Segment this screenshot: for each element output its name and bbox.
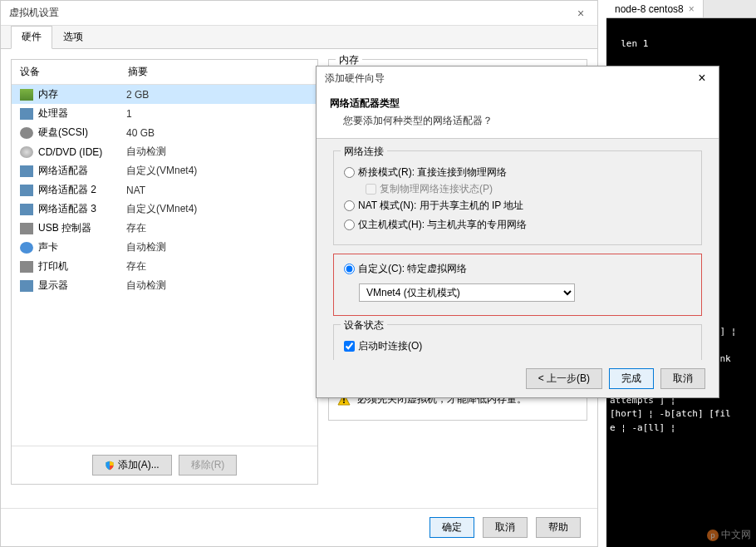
device-name: 网络适配器 xyxy=(38,164,126,178)
dialog-title: 虚拟机设置 xyxy=(9,6,572,20)
radio-nat[interactable] xyxy=(344,200,355,211)
wizard-heading: 网络适配器类型 xyxy=(330,96,705,111)
device-row[interactable]: 处理器1 xyxy=(12,104,317,123)
watermark-text: 中文网 xyxy=(721,528,751,542)
device-row[interactable]: 硬盘(SCSI)40 GB xyxy=(12,123,317,142)
finish-button[interactable]: 完成 xyxy=(609,368,654,389)
ok-button[interactable]: 确定 xyxy=(430,517,474,538)
device-summary: 自动检测 xyxy=(126,145,309,159)
back-button[interactable]: < 上一步(B) xyxy=(526,368,602,389)
device-name: USB 控制器 xyxy=(38,221,126,235)
device-summary: 自动检测 xyxy=(126,240,309,254)
device-name: 网络适配器 3 xyxy=(38,202,126,216)
device-row[interactable]: 声卡自动检测 xyxy=(12,238,317,257)
col-summary: 摘要 xyxy=(128,65,148,79)
wizard-title: 添加硬件向导 xyxy=(325,71,694,86)
device-icon xyxy=(20,261,33,273)
device-row[interactable]: 网络适配器自定义(VMnet4) xyxy=(12,161,317,180)
label-hostonly[interactable]: 仅主机模式(H): 与主机共享的专用网络 xyxy=(358,218,527,232)
device-icon xyxy=(20,89,33,101)
add-hardware-wizard: 添加硬件向导 × 网络适配器类型 您要添加何种类型的网络适配器？ 网络连接 桥接… xyxy=(316,66,719,398)
device-list: 设备 摘要 内存2 GB处理器1硬盘(SCSI)40 GBCD/DVD (IDE… xyxy=(11,59,318,485)
watermark: p 中文网 xyxy=(707,528,751,542)
device-summary: 存在 xyxy=(126,259,309,274)
wizard-header: 网络适配器类型 您要添加何种类型的网络适配器？ xyxy=(317,90,719,139)
device-icon xyxy=(20,127,33,139)
dialog-footer: 确定 取消 帮助 xyxy=(1,508,597,546)
device-row[interactable]: 网络适配器 3自定义(VMnet4) xyxy=(12,200,317,219)
radio-bridged[interactable] xyxy=(344,167,355,178)
tab-label: node-8 centos8 xyxy=(615,3,684,15)
background-tab[interactable]: node-8 centos8 × xyxy=(606,0,704,17)
group-title: 网络连接 xyxy=(341,145,387,159)
wizard-footer: < 上一步(B) 完成 取消 xyxy=(317,360,719,397)
close-icon[interactable]: × xyxy=(694,71,710,86)
device-name: 打印机 xyxy=(38,259,126,274)
device-name: 内存 xyxy=(38,87,126,101)
device-summary: 自定义(VMnet4) xyxy=(126,202,309,216)
tab-strip: 硬件 选项 xyxy=(1,26,597,49)
label-connect-on-start[interactable]: 启动时连接(O) xyxy=(358,339,422,353)
label-bridged[interactable]: 桥接模式(R): 直接连接到物理网络 xyxy=(358,165,507,180)
device-icon xyxy=(20,223,33,234)
wizard-subheading: 您要添加何种类型的网络适配器？ xyxy=(330,114,705,128)
device-summary: NAT xyxy=(126,185,309,196)
device-row[interactable]: 显示器自动检测 xyxy=(12,276,317,295)
device-summary: 自动检测 xyxy=(126,278,309,293)
add-button[interactable]: 添加(A)... xyxy=(92,455,172,476)
group-title: 设备状态 xyxy=(341,318,387,333)
device-summary: 存在 xyxy=(126,221,309,235)
wizard-titlebar: 添加硬件向导 × xyxy=(317,67,719,90)
radio-hostonly[interactable] xyxy=(344,219,355,230)
device-summary: 1 xyxy=(126,108,309,120)
device-row[interactable]: 打印机存在 xyxy=(12,257,317,276)
cancel-button[interactable]: 取消 xyxy=(483,517,528,538)
device-name: CD/DVD (IDE) xyxy=(38,146,126,158)
tab-hardware[interactable]: 硬件 xyxy=(11,26,52,49)
device-icon xyxy=(20,242,33,254)
device-icon xyxy=(20,204,33,215)
titlebar: 虚拟机设置 × xyxy=(1,1,597,26)
checkbox-replicate xyxy=(366,184,376,195)
device-name: 声卡 xyxy=(38,240,126,254)
device-summary: 40 GB xyxy=(126,127,309,139)
col-device: 设备 xyxy=(20,65,128,79)
device-summary: 2 GB xyxy=(126,89,309,101)
device-name: 硬盘(SCSI) xyxy=(38,126,126,140)
device-list-header: 设备 摘要 xyxy=(12,60,317,85)
label-nat[interactable]: NAT 模式(N): 用于共享主机的 IP 地址 xyxy=(358,199,523,213)
network-connection-group: 网络连接 桥接模式(R): 直接连接到物理网络 复制物理网络连接状态(P) NA… xyxy=(333,150,702,245)
close-icon[interactable]: × xyxy=(689,3,695,15)
device-row[interactable]: USB 控制器存在 xyxy=(12,219,317,238)
label-custom[interactable]: 自定义(C): 特定虚拟网络 xyxy=(358,262,467,276)
checkbox-connect-on-start[interactable] xyxy=(344,341,355,352)
tab-options[interactable]: 选项 xyxy=(52,26,94,48)
remove-button: 移除(R) xyxy=(179,455,238,476)
vmnet-dropdown[interactable]: VMnet4 (仅主机模式) xyxy=(359,283,575,302)
device-icon xyxy=(20,280,33,292)
device-icon xyxy=(20,185,33,196)
shield-icon xyxy=(105,460,115,471)
device-name: 网络适配器 2 xyxy=(38,183,126,197)
radio-custom[interactable] xyxy=(344,264,355,274)
php-logo-icon: p xyxy=(707,530,719,541)
device-name: 显示器 xyxy=(38,278,126,293)
close-icon[interactable]: × xyxy=(572,7,589,20)
label-replicate: 复制物理网络连接状态(P) xyxy=(380,182,493,196)
device-icon xyxy=(20,108,33,120)
background-tab-strip: node-8 centos8 × xyxy=(606,0,756,18)
device-icon xyxy=(20,165,33,177)
device-row[interactable]: 内存2 GB xyxy=(12,85,317,104)
device-row[interactable]: 网络适配器 2NAT xyxy=(12,180,317,200)
custom-network-group: 自定义(C): 特定虚拟网络 VMnet4 (仅主机模式) xyxy=(333,254,702,316)
device-list-body[interactable]: 内存2 GB处理器1硬盘(SCSI)40 GBCD/DVD (IDE)自动检测网… xyxy=(12,85,317,446)
help-button[interactable]: 帮助 xyxy=(536,517,581,538)
device-summary: 自定义(VMnet4) xyxy=(126,164,309,178)
device-icon xyxy=(20,146,33,158)
cancel-button[interactable]: 取消 xyxy=(660,368,705,389)
device-row[interactable]: CD/DVD (IDE)自动检测 xyxy=(12,142,317,161)
device-name: 处理器 xyxy=(38,106,126,121)
add-button-label: 添加(A)... xyxy=(118,458,160,472)
